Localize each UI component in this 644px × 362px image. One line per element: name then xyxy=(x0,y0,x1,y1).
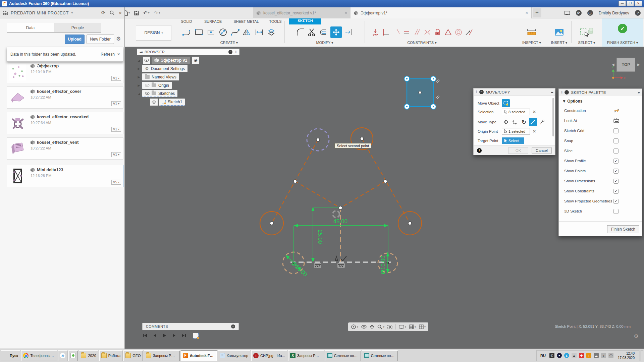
options-section-header[interactable]: ▼ Options xyxy=(562,99,583,104)
select-group-label[interactable]: SELECT ▾ xyxy=(578,41,595,46)
move-type-point-to-position-icon[interactable] xyxy=(538,118,546,126)
panel-grip[interactable]: ‖ xyxy=(235,50,237,54)
move-object-type-icon[interactable] xyxy=(502,99,510,107)
refresh-icon[interactable]: ⟳ xyxy=(101,10,106,16)
taskbar-item-autodesk[interactable]: FAutodesk Fu... xyxy=(181,350,217,361)
visibility-off-icon[interactable] xyxy=(145,84,150,87)
show-projected-checkbox[interactable]: ✓ xyxy=(613,199,619,204)
grid-settings[interactable]: ▾ xyxy=(409,324,416,329)
tray-skype-icon[interactable]: S xyxy=(564,353,569,358)
dialog-scrollbar[interactable] xyxy=(552,98,554,136)
taskbar-clock[interactable]: 12:40 17.03.2020 xyxy=(616,351,637,360)
dialog-collapse-icon[interactable]: − xyxy=(479,90,484,94)
comments-icon[interactable] xyxy=(565,11,570,15)
version-badge[interactable]: V1▾ xyxy=(111,127,121,132)
step-back-button[interactable] xyxy=(151,333,158,339)
timeline-sketch-marker[interactable] xyxy=(193,333,199,339)
taskbar-item-rabota[interactable]: Работа xyxy=(99,350,122,361)
expander-icon[interactable]: ▶ xyxy=(137,75,141,79)
perpendicular-constraint-icon[interactable] xyxy=(382,28,390,36)
display-settings[interactable]: ▾ xyxy=(399,325,406,329)
tray-security-icon[interactable]: ✚ xyxy=(579,353,584,358)
language-indicator[interactable]: RU xyxy=(539,354,547,358)
new-folder-button[interactable]: New Folder xyxy=(87,35,114,44)
new-tab-button[interactable]: + xyxy=(533,8,541,17)
tab-close-icon[interactable]: × xyxy=(344,10,347,15)
minimize-button[interactable]: — xyxy=(619,1,626,6)
finish-sketch-button[interactable]: ✓ FINISH SKETCH ▾ xyxy=(602,18,643,47)
move-type-free-icon[interactable] xyxy=(502,118,510,126)
clear-selection-icon[interactable]: ✕ xyxy=(533,110,536,114)
file-item-mini-delta[interactable]: Mini delta123 12:16:28 PM V5▾ xyxy=(7,165,123,187)
user-name[interactable]: Dmitriy Berdyaev xyxy=(599,11,629,15)
file-item-reworked[interactable]: kossel_effector_reworked 10:27:34 AM V1▾ xyxy=(7,112,123,134)
tab-close-icon[interactable]: × xyxy=(525,10,528,15)
measure-tool-icon[interactable] xyxy=(527,28,537,37)
close-panel-icon[interactable]: × xyxy=(119,10,122,16)
tray-show-hidden-icon[interactable]: ▲ xyxy=(572,353,577,358)
dialog-pin-icon[interactable]: ▸▸ xyxy=(551,90,553,94)
fillet-tool-icon[interactable] xyxy=(296,28,305,37)
help-icon[interactable]: ? xyxy=(635,10,641,16)
save-button[interactable] xyxy=(134,11,139,15)
rectangle-tool-icon[interactable] xyxy=(194,27,204,37)
constraints-group-label[interactable]: CONSTRAINTS ▾ xyxy=(407,41,436,46)
start-button[interactable]: Пуск xyxy=(1,350,20,361)
dialog-header[interactable]: ‖ − MOVE/COPY ▸▸ xyxy=(474,88,555,96)
create-group-label[interactable]: CREATE ▾ xyxy=(220,41,238,46)
dim-height[interactable]: 25.00 xyxy=(317,230,323,244)
dim-width[interactable]: 45.00 xyxy=(333,218,348,225)
canvas-gear-icon[interactable]: ⚙ xyxy=(634,333,638,339)
tree-node-document-settings[interactable]: ▶ ⚙Document Settings xyxy=(137,65,239,72)
tray-network-signal-icon[interactable]: ⟋⟍ xyxy=(608,353,613,358)
construction-icon[interactable] xyxy=(613,108,620,113)
design-workspace-dropdown[interactable]: DESIGN▾ xyxy=(136,25,171,41)
show-desktop-button[interactable] xyxy=(639,350,641,361)
tree-node-root[interactable]: ◢ Эффектор v1 ◉ xyxy=(137,57,239,64)
tree-node-sketch1[interactable]: Sketch1 xyxy=(137,99,239,106)
slice-checkbox[interactable] xyxy=(613,148,619,154)
extend-tool-icon[interactable] xyxy=(344,28,353,37)
tree-node-origin[interactable]: ▶ Origin xyxy=(137,82,239,89)
visibility-eye-icon[interactable] xyxy=(143,57,150,64)
comments-bar[interactable]: COMMENTS − xyxy=(142,323,239,330)
fix-constraint-icon[interactable] xyxy=(371,28,379,36)
taskbar-item-app[interactable] xyxy=(68,350,78,361)
file-item-vent[interactable]: kossel_effector_vent 10:27:22 AM V1▾ xyxy=(7,137,123,160)
project-include-icon[interactable] xyxy=(267,27,276,37)
visibility-eye-icon[interactable] xyxy=(150,99,158,106)
taskbar-item-irfanview[interactable]: iСИР.jpg - Irfa... xyxy=(251,350,287,361)
dialog-grip[interactable]: ‖ xyxy=(476,90,477,94)
move-type-translate-icon[interactable] xyxy=(511,118,519,126)
palette-header[interactable]: ‖ − SKETCH PALETTE ▸▸ xyxy=(559,89,642,96)
offset-tool-icon[interactable] xyxy=(319,28,328,37)
curvature-constraint-icon[interactable] xyxy=(465,28,473,36)
taskbar-item-phone[interactable]: Телефонный с... xyxy=(21,350,57,361)
tree-node-named-views[interactable]: ▶ Named Views xyxy=(137,73,239,80)
clear-origin-icon[interactable]: ✕ xyxy=(533,129,536,134)
settings-gear-icon[interactable]: ⚙ xyxy=(116,36,121,42)
expander-icon[interactable]: ▶ xyxy=(137,84,141,87)
origin-point-field[interactable]: 1 selected xyxy=(502,128,530,135)
lock-constraint-icon[interactable] xyxy=(434,28,442,36)
upload-button[interactable]: Upload xyxy=(65,35,85,44)
browser-header[interactable]: ◂◂ BROWSER − ‖ xyxy=(137,49,239,55)
visibility-eye-icon[interactable] xyxy=(145,92,150,95)
redo-button[interactable]: ↷▾ xyxy=(154,10,160,16)
dim-diameter-left[interactable]: Ø10.00 xyxy=(290,260,309,278)
show-points-checkbox[interactable]: ✓ xyxy=(613,169,619,174)
midpoint-constraint-icon[interactable] xyxy=(444,28,452,36)
notification-close-icon[interactable]: × xyxy=(117,52,120,57)
viewcube-face-top[interactable]: TOP xyxy=(616,58,635,72)
project-name[interactable]: PREDATOR MINI PROJECT xyxy=(11,10,69,15)
tray-phone-icon[interactable]: ✆ xyxy=(549,353,554,358)
play-button[interactable] xyxy=(161,333,168,339)
move-type-point-to-point-icon[interactable] xyxy=(529,118,537,126)
document-tab-active[interactable]: Эффектор v1* × xyxy=(351,7,532,18)
fit-tool[interactable] xyxy=(387,325,392,329)
sketch-grid-checkbox[interactable] xyxy=(613,128,619,133)
go-to-start-button[interactable] xyxy=(142,333,148,339)
palette-grip[interactable]: ‖ xyxy=(561,90,562,94)
modify-group-label[interactable]: MODIFY ▾ xyxy=(316,41,333,46)
expander-icon[interactable]: ▶ xyxy=(137,67,141,70)
